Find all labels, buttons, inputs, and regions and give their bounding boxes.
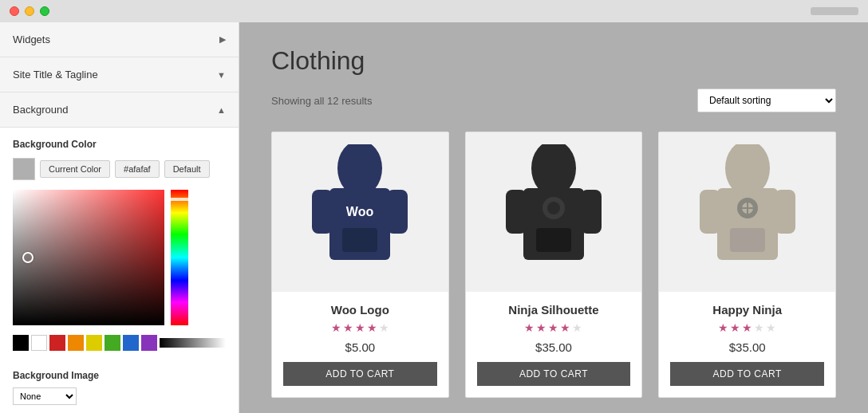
svg-rect-3 — [387, 190, 408, 234]
product-info-ninja-silhouette: Ninja Silhouette ★ ★ ★ ★ ★ $35.00 Add to… — [466, 292, 642, 397]
background-label: Background — [13, 104, 68, 116]
svg-rect-17 — [730, 228, 765, 252]
titlebar-right-control — [811, 7, 858, 15]
product-price-woo-logo: $5.00 — [283, 340, 437, 354]
page-title: Clothing — [271, 46, 836, 76]
main-content: Clothing Showing all 12 results Default … — [239, 22, 868, 413]
current-color-button[interactable]: Current Color — [40, 160, 110, 178]
app-body: Widgets ▶ Site Title & Tagline ▼ Backgro… — [0, 22, 868, 413]
product-price-ninja-silhouette: $35.00 — [477, 340, 631, 354]
swatch-red[interactable] — [49, 335, 65, 351]
background-image-label: Background Image — [13, 370, 226, 381]
product-card-ninja-silhouette[interactable]: Ninja Silhouette ★ ★ ★ ★ ★ $35.00 Add to… — [465, 132, 643, 398]
svg-rect-10 — [536, 228, 571, 252]
close-button[interactable] — [10, 6, 19, 16]
swatch-yellow[interactable] — [86, 335, 102, 351]
color-swatches-row — [13, 335, 226, 351]
product-info-woo-logo: Woo Logo ★ ★ ★ ★ ★ $5.00 Add to cart — [272, 292, 448, 397]
swatch-green[interactable] — [105, 335, 120, 351]
svg-rect-15 — [700, 190, 720, 234]
gray-gradient-strip[interactable] — [160, 338, 226, 348]
hue-strip[interactable] — [171, 190, 188, 325]
hue-cursor — [171, 198, 188, 201]
sidebar: Widgets ▶ Site Title & Tagline ▼ Backgro… — [0, 22, 239, 413]
picker-cursor — [22, 252, 34, 263]
widgets-arrow: ▶ — [219, 34, 226, 45]
background-color-section: Background Color Current Color #afafaf D… — [0, 128, 239, 362]
svg-text:Woo: Woo — [346, 205, 374, 218]
star-rating-happy-ninja: ★ ★ ★ ★ ★ — [670, 321, 824, 334]
product-image-woo-logo: Woo — [272, 132, 448, 292]
svg-rect-4 — [342, 228, 377, 252]
results-bar: Showing all 12 results Default sorting S… — [271, 88, 836, 112]
swatch-white[interactable] — [31, 335, 47, 351]
background-arrow: ▲ — [217, 105, 226, 115]
background-image-section: Background Image None — [0, 362, 239, 413]
color-buttons-row: Current Color #afafaf Default — [13, 158, 226, 180]
sidebar-item-site-title[interactable]: Site Title & Tagline ▼ — [0, 57, 239, 92]
swatch-purple[interactable] — [141, 335, 157, 351]
color-gradient[interactable] — [13, 190, 164, 325]
default-button[interactable]: Default — [164, 160, 210, 178]
add-to-cart-ninja-silhouette[interactable]: Add to cart — [477, 362, 631, 386]
color-picker — [13, 190, 226, 325]
svg-rect-8 — [506, 190, 527, 234]
product-grid: Woo Woo Logo ★ ★ ★ ★ ★ $5.00 Add to cart — [271, 132, 836, 398]
background-header[interactable]: Background ▲ — [0, 92, 239, 128]
product-name-happy-ninja: Happy Ninja — [670, 303, 824, 317]
results-count: Showing all 12 results — [271, 95, 372, 107]
background-image-select[interactable]: None — [13, 387, 77, 405]
svg-rect-9 — [581, 190, 602, 234]
add-to-cart-woo-logo[interactable]: Add to cart — [283, 362, 437, 386]
site-title-label: Site Title & Tagline — [13, 69, 98, 81]
widgets-label: Widgets — [13, 33, 50, 45]
background-color-label: Background Color — [13, 139, 226, 150]
product-image-ninja-silhouette — [466, 132, 642, 292]
svg-rect-16 — [775, 190, 795, 234]
add-to-cart-happy-ninja[interactable]: Add to cart — [670, 362, 824, 386]
window-controls — [10, 6, 49, 16]
site-title-arrow: ▼ — [217, 70, 226, 80]
hex-value-button[interactable]: #afafaf — [115, 160, 160, 178]
product-price-happy-ninja: $35.00 — [670, 340, 824, 354]
maximize-button[interactable] — [40, 6, 49, 16]
product-card-woo-logo[interactable]: Woo Woo Logo ★ ★ ★ ★ ★ $5.00 Add to cart — [271, 132, 449, 398]
swatch-blue[interactable] — [123, 335, 139, 351]
product-info-happy-ninja: Happy Ninja ★ ★ ★ ★ ★ $35.00 Add to cart — [659, 292, 835, 397]
product-image-happy-ninja — [659, 132, 835, 292]
sidebar-item-widgets[interactable]: Widgets ▶ — [0, 22, 239, 57]
svg-point-12 — [547, 202, 560, 214]
product-name-ninja-silhouette: Ninja Silhouette — [477, 303, 631, 317]
sorting-select[interactable]: Default sorting Sort by popularity Sort … — [697, 88, 836, 112]
product-card-happy-ninja[interactable]: Happy Ninja ★ ★ ★ ★ ★ $35.00 Add to cart — [658, 132, 836, 398]
product-name-woo-logo: Woo Logo — [283, 303, 437, 317]
star-rating-woo-logo: ★ ★ ★ ★ ★ — [283, 321, 437, 334]
swatch-orange[interactable] — [68, 335, 84, 351]
swatch-black[interactable] — [13, 335, 29, 351]
svg-rect-2 — [312, 190, 333, 234]
minimize-button[interactable] — [25, 6, 34, 16]
titlebar — [0, 0, 868, 22]
current-color-swatch[interactable] — [13, 158, 35, 180]
star-rating-ninja-silhouette: ★ ★ ★ ★ ★ — [477, 321, 631, 334]
sidebar-section-background: Background ▲ Background Color Current Co… — [0, 92, 239, 413]
